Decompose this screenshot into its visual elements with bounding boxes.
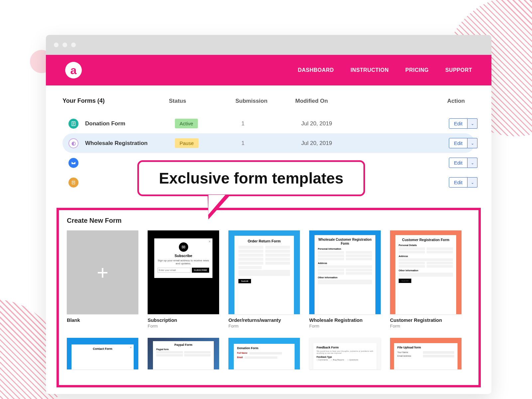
table-title: Your Forms (4) — [63, 97, 169, 104]
template-title: Customer Registration — [390, 318, 462, 323]
nav-support[interactable]: SUPPORT — [445, 67, 472, 73]
template-thumb: Wholesale Customer Registration Form Per… — [309, 230, 381, 314]
modified-date: Jul 20, 2019 — [301, 120, 411, 127]
template-card-blank[interactable]: + Blank — [67, 230, 138, 329]
plus-icon: + — [67, 230, 138, 314]
template-card-donation[interactable]: Donation Form Full Name Email — [228, 338, 300, 369]
template-thumb: Donation Form Full Name Email — [228, 338, 300, 369]
status-badge: Pause — [175, 138, 199, 148]
template-subtitle: Form — [148, 324, 219, 329]
table-row[interactable]: ◐ Wholesale Registration Pause 1 Jul 20,… — [63, 133, 475, 153]
template-thumb: × ✉ Subscribe Sign up your email address… — [148, 230, 219, 314]
template-thumb: Order Return Form Submit — [228, 230, 300, 314]
form-icon — [68, 158, 78, 168]
column-header: Submission — [235, 98, 295, 104]
form-icon — [68, 119, 78, 129]
template-thumb: Feedback Form We would love to hear your… — [309, 338, 381, 369]
traffic-light — [71, 43, 76, 47]
submission-count: 1 — [241, 140, 301, 147]
form-name: Wholesale Registration — [85, 140, 148, 147]
form-icon — [68, 178, 78, 188]
edit-dropdown-button[interactable]: ⌄ — [467, 118, 477, 129]
browser-chrome — [46, 35, 491, 55]
edit-button[interactable]: Edit — [449, 177, 467, 188]
templates-panel: Create New Form + Blank × ✉ Subscribe Si… — [57, 208, 481, 387]
template-title: Wholesale Registration — [309, 318, 381, 323]
edit-button[interactable]: Edit — [449, 118, 467, 129]
edit-dropdown-button[interactable]: ⌄ — [467, 177, 477, 188]
form-name: Donation Form — [85, 120, 125, 127]
template-card-wholesale[interactable]: Wholesale Customer Registration Form Per… — [309, 230, 381, 329]
modified-date: Jul 20, 2019 — [301, 140, 411, 147]
callout: Exclusive form templates — [137, 160, 365, 196]
template-title: Subscription — [148, 318, 219, 323]
table-row[interactable]: Donation Form Active 1 Jul 20, 2019 Edit… — [63, 114, 475, 133]
edit-dropdown-button[interactable]: ⌄ — [467, 158, 477, 168]
template-card-subscription[interactable]: × ✉ Subscribe Sign up your email address… — [148, 230, 219, 329]
template-card-contact[interactable]: ×Contact Form — [67, 338, 138, 369]
column-header: Status — [169, 98, 235, 104]
template-title: Blank — [67, 318, 138, 323]
submission-count: 1 — [241, 120, 301, 127]
template-card-paypal[interactable]: Paypal Form Paypal form — [148, 338, 219, 369]
nav-dashboard[interactable]: DASHBOARD — [298, 67, 334, 73]
template-thumb: Paypal Form Paypal form — [148, 338, 219, 369]
template-subtitle: Form — [390, 324, 462, 329]
column-header: Action — [405, 98, 471, 104]
template-title: Order/returns/warranty — [228, 318, 300, 323]
template-thumb: File Upload form Your Name Email Address — [390, 338, 462, 369]
template-thumb: ×Contact Form — [67, 338, 138, 369]
app-logo[interactable]: a — [65, 62, 82, 78]
traffic-light — [54, 43, 59, 47]
template-subtitle: Form — [309, 324, 381, 329]
edit-dropdown-button[interactable]: ⌄ — [467, 138, 477, 148]
form-icon: ◐ — [68, 138, 78, 148]
callout-text: Exclusive form templates — [137, 160, 365, 196]
template-card-fileupload[interactable]: File Upload form Your Name Email Address — [390, 338, 462, 369]
nav-instruction[interactable]: INSTRUCTION — [350, 67, 389, 73]
edit-button[interactable]: Edit — [449, 138, 467, 148]
traffic-light — [63, 43, 67, 47]
template-subtitle: Form — [228, 324, 300, 329]
app-header: a DASHBOARD INSTRUCTION PRICING SUPPORT — [46, 55, 491, 85]
main-nav: DASHBOARD INSTRUCTION PRICING SUPPORT — [298, 67, 472, 73]
column-header: Modified On — [295, 98, 405, 104]
template-card-feedback[interactable]: Feedback Form We would love to hear your… — [309, 338, 381, 369]
templates-heading: Create New Form — [67, 217, 470, 224]
template-card-order[interactable]: Order Return Form Submit Order/returns/w… — [228, 230, 300, 329]
nav-pricing[interactable]: PRICING — [405, 67, 429, 73]
template-card-customer[interactable]: Customer Registration Form Personal Deta… — [390, 230, 462, 329]
template-thumb: Customer Registration Form Personal Deta… — [390, 230, 462, 314]
edit-button[interactable]: Edit — [449, 158, 467, 168]
status-badge: Active — [175, 119, 198, 128]
